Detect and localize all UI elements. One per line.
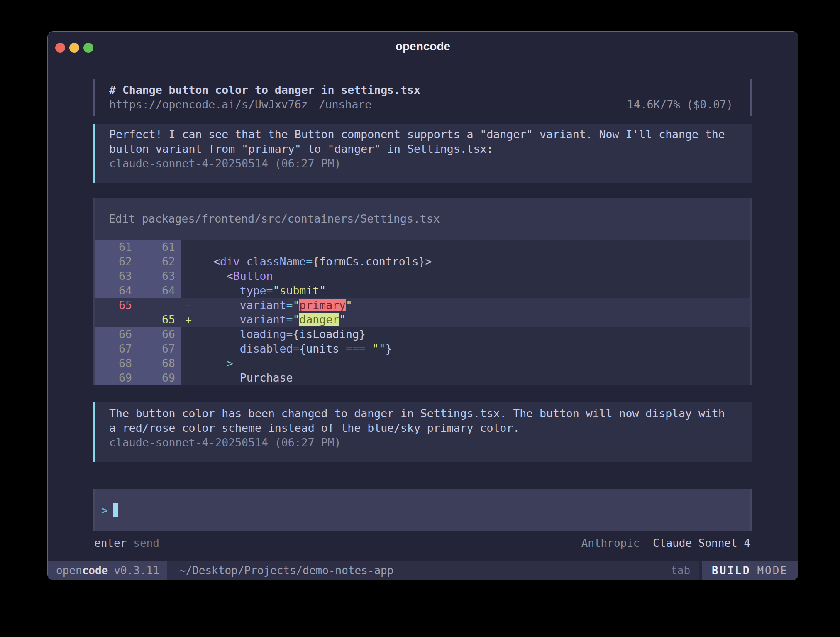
status-bar: opencode v0.3.11 ~/Desktop/Projects/demo… <box>48 561 798 580</box>
old-line-number: 63 <box>95 269 138 283</box>
code-token-txt <box>240 255 247 268</box>
diff-marker <box>181 341 200 356</box>
edit-diff-card: Edit packages/frontend/src/containers/Se… <box>93 198 752 385</box>
diff-line-numbers: 6363 <box>95 269 181 283</box>
new-line-number: 62 <box>138 254 181 269</box>
new-line-number: 67 <box>138 341 181 356</box>
app-version: v0.3.11 <box>114 564 159 577</box>
diff-row: 6262 <div className={formCs.controls}> <box>95 254 750 269</box>
code-token-txt: {units <box>299 342 346 355</box>
old-line-number: 64 <box>95 283 138 298</box>
code-token-eq: = <box>286 299 293 311</box>
code-token-tag: div <box>220 255 240 268</box>
app-window: opencode # Change button color to danger… <box>47 31 798 580</box>
diff-line-numbers: 6464 <box>95 283 181 298</box>
diff-row: 6464 type="submit" <box>95 283 750 298</box>
diff-row: 6363 <Button <box>95 269 750 283</box>
diff-code-line: <div className={formCs.controls}> <box>200 254 750 269</box>
session-header: # Change button color to danger in setti… <box>93 79 752 116</box>
app-name-open: open <box>56 564 82 577</box>
diff-rows: 61616262 <div className={formCs.controls… <box>95 240 750 385</box>
prompt-chevron: > <box>101 504 108 517</box>
diff-marker <box>181 370 200 385</box>
working-directory-path: ~/Desktop/Projects/demo-notes-app <box>179 564 394 577</box>
code-token-txt <box>200 342 240 355</box>
window-title: opencode <box>48 40 798 53</box>
unshare-command[interactable]: /unshare <box>319 97 372 112</box>
code-token-str: " <box>293 313 299 326</box>
new-line-number: 64 <box>138 283 181 298</box>
old-line-number: 62 <box>95 254 138 269</box>
diff-row: 65+ variant="danger" <box>95 312 750 327</box>
code-token-str: "submit" <box>273 284 326 297</box>
code-token-attr: className <box>247 255 306 268</box>
code-token-txt: } <box>386 342 392 355</box>
code-token-txt <box>200 299 240 311</box>
token-cost-stats: 14.6K/7% ($0.07) <box>627 97 733 112</box>
old-line-number: 67 <box>95 341 138 356</box>
diff-row: 6666 loading={isLoading} <box>95 327 750 341</box>
diff-code-line: type="submit" <box>200 283 750 298</box>
diff-code-line: disabled={units === ""} <box>200 341 750 356</box>
code-token-eq: = <box>286 313 293 326</box>
app-name-code: code <box>82 564 108 577</box>
send-hint-label: send <box>133 536 159 551</box>
diff-marker <box>181 240 200 254</box>
session-title: # Change button color to danger in setti… <box>109 83 733 97</box>
message-text-line: Perfect! I can see that the Button compo… <box>109 127 739 142</box>
new-line-number: 65 <box>138 312 181 327</box>
new-line-number: 63 <box>138 269 181 283</box>
message-text-line: The button color has been changed to dan… <box>109 406 739 421</box>
code-token-txt: {formCs.controls} <box>313 255 425 268</box>
code-token-punc: < <box>200 270 233 282</box>
diff-line-numbers: 6868 <box>95 356 181 370</box>
diff-line-numbers: 6262 <box>95 254 181 269</box>
code-token-attr: variant <box>240 313 286 326</box>
diff-code-line: loading={isLoading} <box>200 327 750 341</box>
message-model-timestamp: claude-sonnet-4-20250514 (06:27 PM) <box>109 156 739 171</box>
diff-code-line: Purchase <box>200 370 750 385</box>
code-token-eq: = <box>286 328 293 341</box>
diff-code-line: <Button <box>200 269 750 283</box>
old-line-number: 61 <box>95 240 138 254</box>
code-token-op: > <box>200 357 233 370</box>
diff-row: 6868 > <box>95 356 750 370</box>
assistant-message-2: The button color has been changed to dan… <box>93 402 752 462</box>
diff-line-numbers: 65 <box>95 298 181 312</box>
code-token-txt <box>200 313 240 326</box>
model-indicator: Anthropic Claude Sonnet 4 <box>581 536 750 551</box>
diff-line-numbers: 6767 <box>95 341 181 356</box>
code-token-op: === <box>346 342 366 355</box>
code-token-txt <box>366 342 372 355</box>
code-token-str: " <box>346 299 352 311</box>
mode-toggle-segment[interactable]: BUILD MODE <box>702 561 798 580</box>
code-token-eq: = <box>266 284 273 297</box>
diff-row: 6767 disabled={units === ""} <box>95 341 750 356</box>
new-line-number: 66 <box>138 327 181 341</box>
code-token-tag: Button <box>233 270 273 282</box>
prompt-input[interactable]: > <box>93 489 752 531</box>
code-token-eq: = <box>306 255 313 268</box>
diff-marker <box>181 283 200 298</box>
message-text-line: a red/rose color scheme instead of the b… <box>109 421 739 435</box>
diff-row: 6161 <box>95 240 750 254</box>
hint-row: enter send Anthropic Claude Sonnet 4 <box>94 536 750 551</box>
code-token-del: primary <box>299 299 346 311</box>
old-line-number: 66 <box>95 327 138 341</box>
old-line-number <box>95 312 138 327</box>
code-token-txt: {isLoading} <box>293 328 366 341</box>
diff-code-line: variant="danger" <box>200 312 750 327</box>
message-model-timestamp: claude-sonnet-4-20250514 (06:27 PM) <box>109 435 739 450</box>
assistant-message-1: Perfect! I can see that the Button compo… <box>93 124 752 183</box>
old-line-number: 65 <box>95 298 138 312</box>
code-token-str: "" <box>372 342 386 355</box>
diff-file-title: Edit packages/frontend/src/containers/Se… <box>95 198 750 240</box>
mode-build-label: BUILD <box>712 564 750 577</box>
code-token-punc: > <box>425 255 432 268</box>
text-cursor <box>113 503 118 517</box>
diff-marker <box>181 269 200 283</box>
share-url[interactable]: https://opencode.ai/s/UwJxv76z <box>109 97 308 112</box>
diff-row: 65- variant="primary" <box>95 298 750 312</box>
new-line-number: 61 <box>138 240 181 254</box>
mode-mode-label: MODE <box>757 564 788 577</box>
